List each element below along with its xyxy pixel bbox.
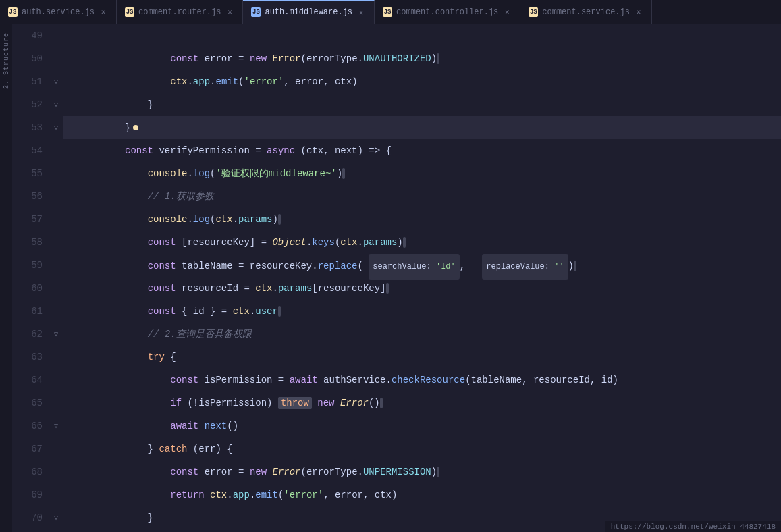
line-numbers: 49 50 51 52 53 54 55 56 57 58 59 60 61 6…	[12, 24, 49, 532]
fold-icon-52[interactable]: ▽	[52, 101, 60, 109]
ln-52: 52	[12, 93, 43, 116]
gutter-70: ▽	[49, 506, 63, 529]
fold-icon-70[interactable]: ▽	[52, 514, 60, 522]
ln-62: 62	[12, 323, 43, 346]
tab-label-auth-middleware: auth.middleware.js	[265, 7, 352, 17]
ln-57: 57	[12, 208, 43, 231]
code-container: 49 50 51 52 53 54 55 56 57 58 59 60 61 6…	[12, 24, 781, 532]
tab-close-comment-router[interactable]: ✕	[225, 7, 234, 17]
gutter-63	[49, 346, 63, 369]
gutter-60	[49, 277, 63, 300]
ln-54: 54	[12, 139, 43, 162]
tab-icon-auth-service: JS	[8, 7, 18, 17]
tab-label-comment-router: comment.router.js	[138, 7, 221, 17]
gutter-58	[49, 231, 63, 254]
code-line-49: const error = new Error(errorType.UNAUTH…	[63, 24, 781, 47]
tab-comment-service[interactable]: JS comment.service.js ✕	[520, 0, 652, 24]
sidebar-label: 2. Structure	[3, 32, 10, 89]
tab-comment-controller[interactable]: JS comment.controller.js ✕	[375, 0, 520, 24]
main-layout: 2. Structure 49 50 51 52 53 54 55 56 57 …	[0, 24, 781, 532]
gutter-65	[49, 392, 63, 415]
tab-close-comment-service[interactable]: ✕	[634, 7, 643, 17]
gutter-59	[49, 254, 63, 277]
gutter-50	[49, 47, 63, 70]
code-area[interactable]: 49 50 51 52 53 54 55 56 57 58 59 60 61 6…	[12, 24, 781, 532]
tab-icon-comment-service: JS	[529, 7, 538, 17]
ln-65: 65	[12, 392, 43, 415]
status-url: https://blog.csdn.net/weixin_44827418	[611, 523, 776, 531]
ln-64: 64	[12, 369, 43, 392]
ln-58: 58	[12, 231, 43, 254]
ln-55: 55	[12, 162, 43, 185]
ln-61: 61	[12, 300, 43, 323]
fold-icon-53[interactable]: ▽	[52, 124, 60, 132]
gutter-56	[49, 185, 63, 208]
status-bar: https://blog.csdn.net/weixin_44827418	[605, 521, 781, 532]
tab-icon-auth-middleware: JS	[251, 7, 261, 17]
tab-close-auth-service[interactable]: ✕	[99, 7, 108, 17]
ln-69: 69	[12, 483, 43, 506]
tab-close-auth-middleware[interactable]: ✕	[356, 7, 366, 17]
ln-49: 49	[12, 24, 43, 47]
gutter-icons: ▽ ▽ ▽ ▽	[49, 24, 63, 532]
code-line-53: const verifyPermission = async (ctx, nex…	[63, 116, 781, 139]
fold-icon-66[interactable]: ▽	[52, 422, 60, 430]
gutter-64	[49, 369, 63, 392]
ln-67: 67	[12, 437, 43, 460]
gutter-51: ▽	[49, 70, 63, 93]
fold-icon-51[interactable]: ▽	[52, 78, 60, 86]
ln-56: 56	[12, 185, 43, 208]
tab-icon-comment-router: JS	[125, 7, 134, 17]
tab-bar: JS auth.service.js ✕ JS comment.router.j…	[0, 0, 781, 24]
tab-label-comment-controller: comment.controller.js	[396, 7, 498, 17]
ln-70: 70	[12, 506, 43, 529]
ln-63: 63	[12, 346, 43, 369]
ln-51: 51	[12, 70, 43, 93]
tab-comment-router[interactable]: JS comment.router.js ✕	[117, 0, 243, 24]
ln-60: 60	[12, 277, 43, 300]
fold-icon-62[interactable]: ▽	[52, 330, 60, 338]
gutter-53: ▽	[49, 116, 63, 139]
tab-auth-middleware[interactable]: JS auth.middleware.js ✕	[243, 0, 375, 24]
tab-icon-comment-controller: JS	[383, 7, 392, 17]
code-line-52: }	[63, 93, 781, 116]
tab-label-comment-service: comment.service.js	[542, 7, 630, 17]
gutter-67	[49, 437, 63, 460]
ln-68: 68	[12, 460, 43, 483]
gutter-57	[49, 208, 63, 231]
gutter-54	[49, 139, 63, 162]
gutter-55	[49, 162, 63, 185]
gutter-68	[49, 460, 63, 483]
tab-label-auth-service: auth.service.js	[22, 7, 95, 17]
gutter-66: ▽	[49, 415, 63, 437]
gutter-62: ▽	[49, 323, 63, 346]
ln-59: 59	[12, 254, 43, 277]
tab-auth-service[interactable]: JS auth.service.js ✕	[0, 0, 117, 24]
ln-50: 50	[12, 47, 43, 70]
tab-close-comment-controller[interactable]: ✕	[502, 7, 512, 17]
code-lines[interactable]: const error = new Error(errorType.UNAUTH…	[63, 24, 781, 532]
ln-66: 66	[12, 415, 43, 437]
gutter-52: ▽	[49, 93, 63, 116]
gutter-61	[49, 300, 63, 323]
gutter-49	[49, 24, 63, 47]
gutter-69	[49, 483, 63, 506]
ln-53: 53	[12, 116, 43, 139]
sidebar-strip: 2. Structure	[0, 24, 12, 532]
